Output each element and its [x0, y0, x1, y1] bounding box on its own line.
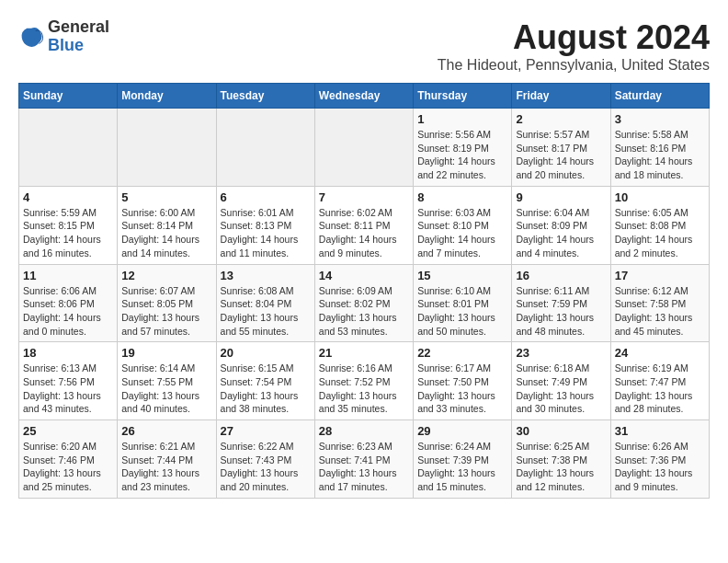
day-info: Sunrise: 6:01 AM Sunset: 8:13 PM Dayligh…	[221, 206, 311, 260]
day-info: Sunrise: 6:06 AM Sunset: 8:06 PM Dayligh…	[23, 284, 113, 339]
calendar-cell: 22Sunrise: 6:17 AM Sunset: 7:50 PM Dayli…	[414, 342, 512, 420]
day-number: 30	[516, 424, 606, 438]
day-number: 12	[121, 269, 211, 282]
weekday-header-tuesday: Tuesday	[216, 84, 314, 109]
calendar-cell: 6Sunrise: 6:01 AM Sunset: 8:13 PM Daylig…	[216, 186, 314, 264]
calendar-cell: 11Sunrise: 6:06 AM Sunset: 8:06 PM Dayli…	[19, 264, 118, 342]
logo-general-text: General	[48, 17, 109, 36]
day-info: Sunrise: 6:17 AM Sunset: 7:50 PM Dayligh…	[417, 362, 507, 416]
day-info: Sunrise: 6:13 AM Sunset: 7:56 PM Dayligh…	[23, 362, 113, 416]
day-number: 16	[516, 269, 606, 282]
day-number: 28	[319, 424, 409, 438]
day-info: Sunrise: 6:21 AM Sunset: 7:44 PM Dayligh…	[121, 440, 211, 494]
calendar-cell: 24Sunrise: 6:19 AM Sunset: 7:47 PM Dayli…	[610, 342, 709, 420]
day-number: 22	[417, 346, 507, 360]
calendar-cell: 9Sunrise: 6:04 AM Sunset: 8:09 PM Daylig…	[512, 186, 610, 264]
calendar-cell: 17Sunrise: 6:12 AM Sunset: 7:58 PM Dayli…	[610, 264, 709, 342]
calendar-cell: 1Sunrise: 5:56 AM Sunset: 8:19 PM Daylig…	[414, 109, 512, 187]
calendar-cell	[314, 109, 413, 187]
day-number: 19	[121, 346, 211, 360]
weekday-header-row: SundayMondayTuesdayWednesdayThursdayFrid…	[19, 84, 710, 109]
calendar-cell: 23Sunrise: 6:18 AM Sunset: 7:49 PM Dayli…	[512, 342, 610, 420]
location-subtitle: The Hideout, Pennsylvania, United States	[438, 57, 710, 74]
day-number: 10	[615, 190, 705, 204]
day-info: Sunrise: 6:18 AM Sunset: 7:49 PM Dayligh…	[516, 362, 606, 416]
calendar-cell: 18Sunrise: 6:13 AM Sunset: 7:56 PM Dayli…	[19, 342, 118, 420]
day-number: 26	[121, 424, 211, 438]
calendar-week-row: 11Sunrise: 6:06 AM Sunset: 8:06 PM Dayli…	[19, 264, 710, 342]
day-number: 15	[417, 269, 507, 282]
logo: General Blue	[18, 18, 109, 55]
day-info: Sunrise: 5:57 AM Sunset: 8:17 PM Dayligh…	[516, 128, 606, 182]
day-info: Sunrise: 6:24 AM Sunset: 7:39 PM Dayligh…	[417, 440, 507, 494]
day-info: Sunrise: 6:12 AM Sunset: 7:58 PM Dayligh…	[615, 284, 705, 339]
day-info: Sunrise: 6:09 AM Sunset: 8:02 PM Dayligh…	[319, 284, 409, 339]
day-number: 14	[319, 269, 409, 282]
calendar-cell: 16Sunrise: 6:11 AM Sunset: 7:59 PM Dayli…	[512, 264, 610, 342]
calendar-cell: 5Sunrise: 6:00 AM Sunset: 8:14 PM Daylig…	[118, 186, 216, 264]
day-number: 25	[23, 424, 113, 438]
weekday-header-wednesday: Wednesday	[314, 84, 413, 109]
day-number: 2	[516, 112, 606, 126]
day-info: Sunrise: 5:59 AM Sunset: 8:15 PM Dayligh…	[23, 206, 113, 260]
logo-icon	[18, 24, 44, 50]
calendar-table: SundayMondayTuesdayWednesdayThursdayFrid…	[18, 83, 710, 499]
day-number: 5	[121, 190, 211, 204]
day-number: 21	[319, 346, 409, 360]
header: General Blue August 2024 The Hideout, Pe…	[18, 18, 710, 74]
calendar-cell: 25Sunrise: 6:20 AM Sunset: 7:46 PM Dayli…	[19, 420, 118, 499]
weekday-header-monday: Monday	[118, 84, 216, 109]
day-number: 13	[221, 269, 311, 282]
day-number: 4	[23, 190, 113, 204]
calendar-cell: 2Sunrise: 5:57 AM Sunset: 8:17 PM Daylig…	[512, 109, 610, 187]
day-info: Sunrise: 6:02 AM Sunset: 8:11 PM Dayligh…	[319, 206, 409, 260]
calendar-cell	[216, 109, 314, 187]
day-info: Sunrise: 6:20 AM Sunset: 7:46 PM Dayligh…	[23, 440, 113, 494]
day-number: 18	[23, 346, 113, 360]
logo-blue-text: Blue	[48, 36, 84, 54]
day-info: Sunrise: 6:11 AM Sunset: 7:59 PM Dayligh…	[516, 284, 606, 339]
calendar-cell: 21Sunrise: 6:16 AM Sunset: 7:52 PM Dayli…	[314, 342, 413, 420]
calendar-cell	[19, 109, 118, 187]
day-number: 9	[516, 190, 606, 204]
calendar-cell: 3Sunrise: 5:58 AM Sunset: 8:16 PM Daylig…	[610, 109, 709, 187]
calendar-cell: 7Sunrise: 6:02 AM Sunset: 8:11 PM Daylig…	[314, 186, 413, 264]
calendar-week-row: 25Sunrise: 6:20 AM Sunset: 7:46 PM Dayli…	[19, 420, 710, 499]
calendar-cell: 27Sunrise: 6:22 AM Sunset: 7:43 PM Dayli…	[216, 420, 314, 499]
day-number: 17	[615, 269, 705, 282]
day-number: 24	[615, 346, 705, 360]
day-number: 1	[417, 112, 507, 126]
day-info: Sunrise: 6:15 AM Sunset: 7:54 PM Dayligh…	[221, 362, 311, 416]
calendar-cell: 10Sunrise: 6:05 AM Sunset: 8:08 PM Dayli…	[610, 186, 709, 264]
day-number: 31	[615, 424, 705, 438]
calendar-cell: 19Sunrise: 6:14 AM Sunset: 7:55 PM Dayli…	[118, 342, 216, 420]
calendar-cell: 14Sunrise: 6:09 AM Sunset: 8:02 PM Dayli…	[314, 264, 413, 342]
day-info: Sunrise: 5:58 AM Sunset: 8:16 PM Dayligh…	[615, 128, 705, 182]
calendar-week-row: 18Sunrise: 6:13 AM Sunset: 7:56 PM Dayli…	[19, 342, 710, 420]
day-info: Sunrise: 6:03 AM Sunset: 8:10 PM Dayligh…	[417, 206, 507, 260]
title-area: August 2024 The Hideout, Pennsylvania, U…	[438, 18, 710, 74]
day-number: 3	[615, 112, 705, 126]
day-info: Sunrise: 6:00 AM Sunset: 8:14 PM Dayligh…	[121, 206, 211, 260]
calendar-week-row: 1Sunrise: 5:56 AM Sunset: 8:19 PM Daylig…	[19, 109, 710, 187]
calendar-cell: 15Sunrise: 6:10 AM Sunset: 8:01 PM Dayli…	[414, 264, 512, 342]
weekday-header-saturday: Saturday	[610, 84, 709, 109]
day-info: Sunrise: 6:23 AM Sunset: 7:41 PM Dayligh…	[319, 440, 409, 494]
day-info: Sunrise: 6:08 AM Sunset: 8:04 PM Dayligh…	[221, 284, 311, 339]
month-year-title: August 2024	[438, 18, 710, 57]
calendar-week-row: 4Sunrise: 5:59 AM Sunset: 8:15 PM Daylig…	[19, 186, 710, 264]
calendar-cell	[118, 109, 216, 187]
weekday-header-sunday: Sunday	[19, 84, 118, 109]
calendar-cell: 28Sunrise: 6:23 AM Sunset: 7:41 PM Dayli…	[314, 420, 413, 499]
day-info: Sunrise: 5:56 AM Sunset: 8:19 PM Dayligh…	[417, 128, 507, 182]
day-info: Sunrise: 6:19 AM Sunset: 7:47 PM Dayligh…	[615, 362, 705, 416]
day-number: 23	[516, 346, 606, 360]
day-number: 20	[221, 346, 311, 360]
day-number: 27	[221, 424, 311, 438]
day-info: Sunrise: 6:05 AM Sunset: 8:08 PM Dayligh…	[615, 206, 705, 260]
calendar-cell: 8Sunrise: 6:03 AM Sunset: 8:10 PM Daylig…	[414, 186, 512, 264]
day-info: Sunrise: 6:07 AM Sunset: 8:05 PM Dayligh…	[121, 284, 211, 339]
calendar-cell: 29Sunrise: 6:24 AM Sunset: 7:39 PM Dayli…	[414, 420, 512, 499]
calendar-cell: 20Sunrise: 6:15 AM Sunset: 7:54 PM Dayli…	[216, 342, 314, 420]
day-info: Sunrise: 6:22 AM Sunset: 7:43 PM Dayligh…	[221, 440, 311, 494]
